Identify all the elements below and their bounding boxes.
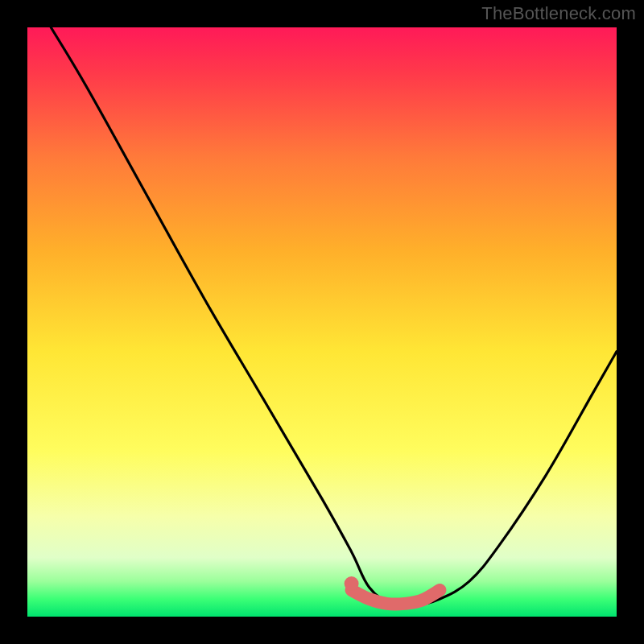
chart-plot-area (27, 27, 617, 617)
chart-svg (27, 27, 617, 617)
bottleneck-curve (51, 27, 617, 606)
attribution-label: TheBottleneck.com (481, 3, 636, 24)
highlight-segment (352, 590, 440, 605)
highlight-dot-left (345, 576, 359, 591)
